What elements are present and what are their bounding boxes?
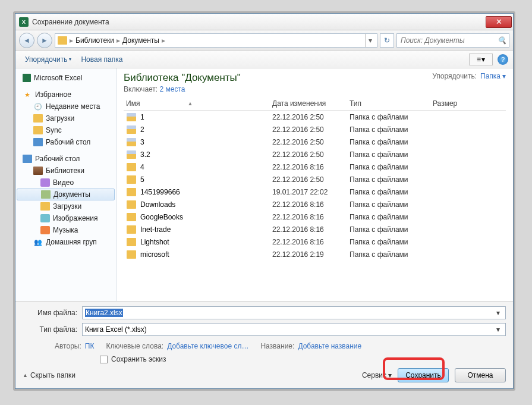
authors-value[interactable]: ПК — [85, 342, 95, 350]
table-row[interactable]: Downloads22.12.2016 8:16Папка с файлами — [124, 198, 506, 211]
file-type: Папка с файлами — [350, 150, 433, 159]
folder-icon — [58, 36, 67, 45]
folder-icon — [126, 125, 137, 134]
table-row[interactable]: 322.12.2016 2:50Папка с файлами — [124, 136, 506, 148]
cancel-button[interactable]: Отмена — [455, 368, 506, 382]
table-row[interactable]: microsoft22.12.2016 2:19Папка с файлами — [124, 248, 506, 260]
arrange-dropdown[interactable]: Папка ▾ — [480, 72, 506, 80]
table-row[interactable]: 222.12.2016 2:50Папка с файлами — [124, 123, 506, 136]
file-type: Папка с файлами — [350, 175, 433, 184]
folder-icon — [126, 225, 137, 234]
filename-input[interactable]: Книга2.xlsx ▾ — [82, 306, 506, 319]
breadcrumb-libraries[interactable]: Библиотеки — [75, 36, 114, 45]
search-box[interactable]: 🔍 — [396, 33, 509, 48]
filetype-dropdown[interactable]: ▾ — [493, 325, 503, 334]
title-value[interactable]: Добавьте название — [298, 342, 361, 350]
sidebar-desktop[interactable]: Рабочий стол — [17, 153, 115, 165]
video-icon — [40, 178, 50, 187]
breadcrumb-documents[interactable]: Документы — [122, 36, 159, 45]
forward-button[interactable]: ► — [37, 33, 52, 48]
keywords-label: Ключевые слова: — [106, 342, 163, 350]
folder-icon — [33, 126, 43, 134]
sidebar-desktop-fav[interactable]: Рабочий стол — [17, 136, 115, 148]
save-thumbnail-checkbox[interactable] — [100, 356, 108, 363]
includes-label: Включает: — [124, 85, 158, 93]
close-button[interactable]: ✕ — [486, 16, 512, 28]
table-row[interactable]: 522.12.2016 2:50Папка с файлами — [124, 173, 506, 186]
tools-dropdown[interactable]: Сервис▾ — [362, 371, 392, 379]
col-type[interactable]: Тип — [350, 99, 433, 108]
sidebar-excel[interactable]: Microsoft Excel — [17, 72, 115, 84]
chevron-down-icon: ▾ — [69, 56, 71, 62]
table-row[interactable]: 122.12.2016 2:50Папка с файлами — [124, 111, 506, 123]
table-row[interactable]: 3.222.12.2016 2:50Папка с файлами — [124, 148, 506, 161]
column-headers[interactable]: Имя▲ Дата изменения Тип Размер — [124, 97, 506, 111]
sidebar-downloads-lib[interactable]: Загрузки — [17, 200, 115, 212]
filename-value[interactable]: Книга2.xlsx — [85, 309, 123, 317]
sidebar-images[interactable]: Изображения — [17, 212, 115, 224]
table-row[interactable]: Inet-trade22.12.2016 8:16Папка с файлами — [124, 223, 506, 236]
folder-icon — [126, 187, 137, 197]
refresh-button[interactable]: ↻ — [380, 33, 394, 48]
col-name[interactable]: Имя — [126, 99, 140, 108]
toolbar: Упорядочить▾ Новая папка ≡▾ ? — [15, 51, 513, 68]
back-button[interactable]: ◄ — [19, 33, 34, 48]
sidebar-downloads[interactable]: Загрузки — [17, 112, 115, 124]
sidebar-sync[interactable]: Sync — [17, 124, 115, 136]
col-date[interactable]: Дата изменения — [272, 99, 350, 108]
sidebar-homegroup[interactable]: 👥Домашняя груп — [17, 236, 115, 248]
sidebar-libraries[interactable]: Библиотеки — [17, 165, 115, 177]
search-input[interactable] — [399, 36, 498, 45]
arrange-label: Упорядочить: — [432, 72, 477, 80]
hide-folders-button[interactable]: ▲ Скрыть папки — [23, 371, 75, 379]
image-icon — [40, 214, 50, 222]
file-type: Папка с файлами — [350, 163, 433, 171]
sort-arrow-icon: ▲ — [187, 101, 193, 106]
sidebar-video[interactable]: Видео — [17, 177, 115, 189]
file-type: Папка с файлами — [350, 213, 433, 221]
filetype-select[interactable]: Книга Excel (*.xlsx) ▾ — [82, 323, 506, 336]
organize-button[interactable]: Упорядочить▾ — [20, 53, 76, 66]
filetype-value: Книга Excel (*.xlsx) — [85, 325, 147, 334]
file-name: 3.2 — [140, 150, 150, 159]
folder-icon — [33, 114, 43, 123]
file-date: 22.12.2016 2:50 — [272, 113, 350, 121]
document-icon — [41, 190, 51, 199]
homegroup-icon: 👥 — [33, 238, 43, 246]
sidebar-music[interactable]: Музыка — [17, 224, 115, 236]
file-date: 22.12.2016 8:16 — [272, 225, 350, 234]
file-name: Downloads — [140, 200, 175, 209]
file-date: 22.12.2016 2:50 — [272, 138, 350, 146]
title-label: Название: — [260, 342, 294, 350]
sidebar-documents[interactable]: Документы — [17, 189, 115, 200]
titlebar: X Сохранение документа ✕ — [15, 14, 513, 30]
new-folder-button[interactable]: Новая папка — [76, 53, 127, 66]
folder-icon — [126, 137, 137, 147]
sidebar-recent[interactable]: 🕘Недавние места — [17, 101, 115, 112]
chevron-down-icon: ▾ — [388, 371, 392, 379]
view-button[interactable]: ≡▾ — [469, 54, 493, 65]
file-date: 19.01.2017 22:02 — [272, 188, 350, 196]
save-button[interactable]: Сохранить — [398, 368, 449, 382]
sidebar-favorites[interactable]: ★Избранное — [17, 89, 115, 101]
file-type: Папка с файлами — [350, 250, 433, 259]
file-name: 3 — [140, 138, 144, 146]
table-row[interactable]: 422.12.2016 8:16Папка с файлами — [124, 161, 506, 173]
keywords-value[interactable]: Добавьте ключевое сл… — [167, 342, 248, 350]
file-date: 22.12.2016 8:16 — [272, 200, 350, 209]
file-type: Папка с файлами — [350, 113, 433, 121]
includes-link[interactable]: 2 места — [160, 85, 185, 93]
table-row[interactable]: Lightshot22.12.2016 8:16Папка с файлами — [124, 236, 506, 248]
file-name: 5 — [140, 175, 144, 184]
breadcrumb-dropdown[interactable]: ▾ — [365, 34, 374, 47]
filename-dropdown[interactable]: ▾ — [493, 309, 503, 317]
table-row[interactable]: 145199966619.01.2017 22:02Папка с файлам… — [124, 186, 506, 198]
help-button[interactable]: ? — [498, 54, 508, 65]
col-size[interactable]: Размер — [433, 99, 506, 108]
chevron-down-icon: ▾ — [502, 72, 506, 80]
file-type: Папка с файлами — [350, 138, 433, 146]
breadcrumb[interactable]: ▸ Библиотеки ▸ Документы ▸ ▾ — [55, 33, 377, 48]
file-list: 122.12.2016 2:50Папка с файлами222.12.20… — [124, 111, 506, 301]
file-name: 1451999666 — [140, 188, 180, 196]
table-row[interactable]: GoogleBooks22.12.2016 8:16Папка с файлам… — [124, 211, 506, 223]
